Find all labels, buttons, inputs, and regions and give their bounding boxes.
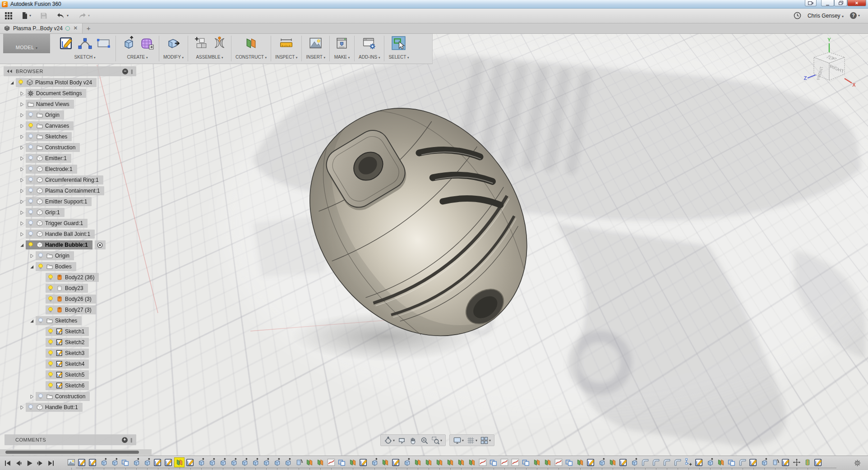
expand-arrow-icon[interactable]: [18, 144, 26, 151]
browser-item-sketch1-23[interactable]: Sketch1: [4, 326, 136, 337]
timeline-op-project-46[interactable]: [553, 457, 563, 467]
timeline-op-sketch-9[interactable]: [152, 457, 163, 467]
visibility-bulb-on-icon[interactable]: [47, 360, 54, 368]
browser-panel-grip[interactable]: ❚: [130, 69, 134, 74]
expand-arrow-icon[interactable]: [18, 101, 26, 108]
browser-item-handle-bubble-1-15[interactable]: Handle Bubble:1: [4, 240, 136, 250]
visibility-bulb-off-icon[interactable]: [27, 155, 34, 162]
select-button[interactable]: [391, 36, 407, 52]
collapse-arrow-icon[interactable]: [18, 241, 26, 249]
timeline-op-plane-38[interactable]: [466, 457, 477, 467]
ribbon-group-label-insert[interactable]: INSERT ▾: [306, 55, 325, 60]
zoom-button[interactable]: [419, 436, 429, 445]
browser-item-sketch6-28[interactable]: Sketch6: [4, 380, 136, 391]
timeline-op-project-25[interactable]: [326, 457, 336, 467]
close-button[interactable]: ✕: [847, 0, 866, 6]
timeline-op-plane-36[interactable]: [445, 457, 455, 467]
app-grid-menu-button[interactable]: [5, 12, 13, 20]
timeline-op-plane-51[interactable]: [607, 457, 618, 467]
make-button[interactable]: [334, 36, 350, 52]
browser-item-document-settings-1[interactable]: Document Settings: [4, 88, 136, 99]
expand-arrow-icon[interactable]: [18, 133, 26, 140]
timeline-op-plane-24[interactable]: [315, 457, 325, 467]
timeline-op-extrude-65[interactable]: [759, 457, 769, 467]
browser-item-body26-3-20[interactable]: Body26 (3): [4, 294, 136, 304]
browser-collapse-icon[interactable]: [6, 69, 13, 74]
restore-button[interactable]: [834, 0, 847, 6]
visibility-bulb-off-icon[interactable]: [27, 144, 34, 151]
collapse-arrow-icon[interactable]: [28, 263, 36, 270]
new-component-button[interactable]: [192, 36, 208, 52]
timeline-op-project-41[interactable]: [499, 457, 509, 467]
timeline-op-mirror-40[interactable]: [488, 457, 499, 467]
arc-button[interactable]: [77, 36, 93, 52]
timeline-op-sketch-52[interactable]: [618, 457, 628, 467]
browser-item-sketch5-27[interactable]: Sketch5: [4, 369, 136, 380]
timeline-op-extrude-19[interactable]: [261, 457, 271, 467]
expand-arrow-icon[interactable]: [18, 187, 26, 194]
browser-minimize-button[interactable]: –: [122, 69, 128, 74]
add-comment-button[interactable]: +: [122, 437, 128, 443]
viewports-button[interactable]: ▾: [479, 436, 492, 445]
timeline-op-sketch-2[interactable]: [77, 457, 87, 467]
ribbon-group-label-construct[interactable]: CONSTRUCT ▾: [235, 55, 267, 60]
joint-button[interactable]: [211, 36, 227, 52]
ribbon-group-label-sketch[interactable]: SKETCH ▾: [74, 55, 96, 60]
expand-arrow-icon[interactable]: [18, 220, 26, 227]
addins-button[interactable]: [361, 36, 378, 52]
ribbon-group-label-create[interactable]: CREATE ▾: [127, 55, 148, 60]
minimize-button[interactable]: ▁: [821, 0, 834, 6]
comments-panel[interactable]: COMMENTS + ❚: [5, 434, 136, 445]
measure-button[interactable]: [278, 36, 295, 52]
timeline-op-plane-44[interactable]: [531, 457, 542, 467]
timeline-op-extrude-4[interactable]: [98, 457, 109, 467]
browser-item-plasma-containment-1-10[interactable]: Plasma Containment:1: [4, 185, 136, 196]
timeline-op-sketch-49[interactable]: [586, 457, 596, 467]
timeline-play-button[interactable]: [24, 458, 34, 469]
timeline-op-revolve-66[interactable]: [770, 457, 780, 467]
visibility-bulb-on-icon[interactable]: [47, 295, 54, 303]
browser-item-handle-ball-joint-1-14[interactable]: Handle Ball Joint:1: [4, 229, 136, 240]
timeline-op-sketch-10[interactable]: [163, 457, 174, 467]
timeline-op-mirror-26[interactable]: [337, 457, 347, 467]
ribbon-group-label-assemble[interactable]: ASSEMBLE ▾: [196, 55, 223, 60]
ribbon-group-label-make[interactable]: MAKE ▾: [334, 55, 350, 60]
expand-arrow-icon[interactable]: [18, 404, 26, 411]
expand-arrow-icon[interactable]: [18, 198, 26, 205]
browser-header[interactable]: BROWSER – ❚: [4, 66, 136, 76]
visibility-bulb-off-icon[interactable]: [27, 209, 34, 216]
timeline-op-sketch-3[interactable]: [88, 457, 98, 467]
timeline-op-plane-11[interactable]: [174, 457, 185, 467]
canvas-button[interactable]: [308, 36, 324, 52]
browser-item-grip-1-12[interactable]: Grip:1: [4, 207, 136, 218]
ribbon-group-label-add-ins[interactable]: ADD-INS ▾: [359, 55, 380, 60]
timeline-op-plane-61[interactable]: [716, 457, 726, 467]
timeline-op-plane-48[interactable]: [575, 457, 585, 467]
visibility-bulb-off-icon[interactable]: [27, 176, 34, 184]
browser-item-construction-29[interactable]: Construction: [4, 391, 136, 402]
visibility-bulb-off-icon[interactable]: [27, 198, 34, 205]
timeline-op-extrude-53[interactable]: [629, 457, 639, 467]
timeline-op-plane-34[interactable]: [423, 457, 434, 467]
timeline-op-fillet-56[interactable]: [661, 457, 672, 467]
timeline-op-project-39[interactable]: [477, 457, 488, 467]
browser-item-plasma-pistol-body-v24-0[interactable]: Plasma Pistol Body v24: [4, 77, 136, 88]
visibility-bulb-off-icon[interactable]: [27, 230, 34, 238]
user-menu[interactable]: Chris Gensey ▾: [808, 13, 844, 19]
activate-component-radio[interactable]: [95, 240, 106, 249]
collapse-arrow-icon[interactable]: [28, 317, 36, 324]
timeline-scrollbar-thumb[interactable]: [5, 451, 139, 454]
browser-item-bodies-17[interactable]: Bodies: [4, 261, 136, 272]
browser-item-construction-6[interactable]: Construction: [4, 142, 136, 153]
visibility-bulb-off-icon[interactable]: [27, 166, 34, 173]
visibility-bulb-off-icon[interactable]: [37, 393, 44, 400]
browser-item-circumferential-ring-1-9[interactable]: Circumferential Ring:1: [4, 175, 136, 185]
timeline-op-fillet-57[interactable]: [672, 457, 683, 467]
timeline-op-extrude-7[interactable]: [131, 457, 141, 467]
browser-item-body22-36-18[interactable]: Body22 (36): [4, 272, 136, 283]
visibility-bulb-off-icon[interactable]: [27, 133, 34, 140]
timeline-op-plane-33[interactable]: [412, 457, 423, 467]
timeline-op-extrude-5[interactable]: [109, 457, 120, 467]
timeline-op-sketch-12[interactable]: [185, 457, 195, 467]
timeline-op-fillet-54[interactable]: [640, 457, 650, 467]
